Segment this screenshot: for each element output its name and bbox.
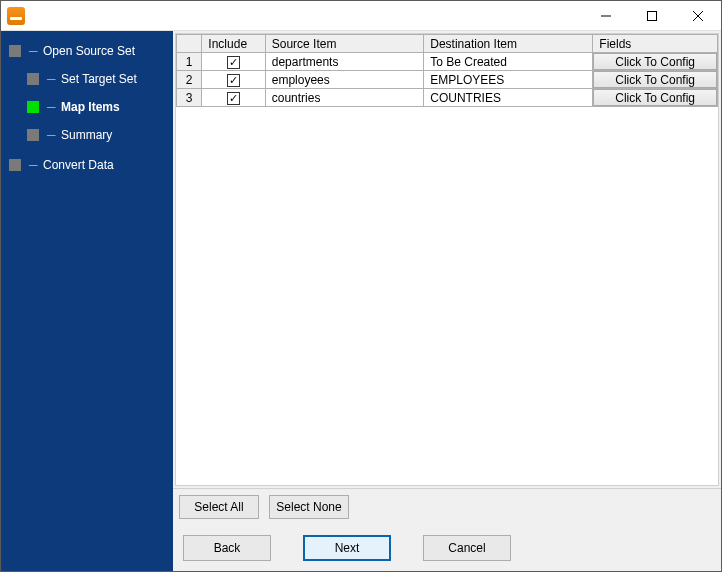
col-header-dest[interactable]: Destination Item	[424, 35, 593, 53]
wizard-sidebar: ─ Open Source Set ─Set Target Set─Map It…	[1, 31, 173, 571]
svg-rect-1	[648, 11, 657, 20]
titlebar	[1, 1, 721, 31]
table-row: 3✓countriesCOUNTRIESClick To Config	[177, 89, 718, 107]
row-number-cell[interactable]: 3	[177, 89, 202, 107]
include-cell[interactable]: ✓	[202, 53, 265, 71]
fields-cell: Click To Config	[593, 89, 718, 107]
node-icon	[27, 73, 39, 85]
row-number-cell[interactable]: 1	[177, 53, 202, 71]
dest-cell[interactable]: EMPLOYEES	[424, 71, 593, 89]
sidebar-item[interactable]: ─Set Target Set	[27, 69, 169, 89]
next-button[interactable]: Next	[303, 535, 391, 561]
config-fields-button[interactable]: Click To Config	[593, 89, 717, 106]
include-cell[interactable]: ✓	[202, 71, 265, 89]
wizard-nav: Back Next Cancel	[173, 525, 721, 571]
select-all-button[interactable]: Select All	[179, 495, 259, 519]
sidebar-item[interactable]: ─Map Items	[27, 97, 169, 117]
fields-cell: Click To Config	[593, 53, 718, 71]
back-button[interactable]: Back	[183, 535, 271, 561]
include-checkbox[interactable]: ✓	[227, 92, 240, 105]
sidebar-root-convert-data[interactable]: ─ Convert Data	[9, 155, 169, 175]
app-icon	[7, 7, 25, 25]
col-header-fields[interactable]: Fields	[593, 35, 718, 53]
dest-cell[interactable]: COUNTRIES	[424, 89, 593, 107]
fields-cell: Click To Config	[593, 71, 718, 89]
include-cell[interactable]: ✓	[202, 89, 265, 107]
maximize-button[interactable]	[629, 1, 675, 30]
col-header-rownum[interactable]	[177, 35, 202, 53]
node-icon	[9, 159, 21, 171]
col-header-include[interactable]: Include	[202, 35, 265, 53]
source-cell[interactable]: employees	[265, 71, 423, 89]
config-fields-button[interactable]: Click To Config	[593, 71, 717, 88]
sidebar-item-label: Summary	[61, 128, 112, 142]
table-row: 2✓employeesEMPLOYEESClick To Config	[177, 71, 718, 89]
sidebar-item-label: Map Items	[61, 100, 120, 114]
grid-container: Include Source Item Destination Item Fie…	[175, 33, 719, 486]
node-icon	[27, 129, 39, 141]
config-fields-button[interactable]: Click To Config	[593, 53, 717, 70]
sidebar-root-open-source-set[interactable]: ─ Open Source Set	[9, 41, 169, 61]
cancel-button[interactable]: Cancel	[423, 535, 511, 561]
tree-connector-icon: ─	[29, 44, 43, 58]
source-cell[interactable]: countries	[265, 89, 423, 107]
sidebar-item-label: Set Target Set	[61, 72, 137, 86]
col-header-source[interactable]: Source Item	[265, 35, 423, 53]
table-row: 1✓departmentsTo Be CreatedClick To Confi…	[177, 53, 718, 71]
row-number-cell[interactable]: 2	[177, 71, 202, 89]
node-icon	[9, 45, 21, 57]
tree-connector-icon: ─	[47, 72, 61, 86]
items-grid: Include Source Item Destination Item Fie…	[176, 34, 718, 107]
include-checkbox[interactable]: ✓	[227, 56, 240, 69]
source-cell[interactable]: departments	[265, 53, 423, 71]
tree-connector-icon: ─	[29, 158, 43, 172]
main-panel: Include Source Item Destination Item Fie…	[173, 31, 721, 571]
selection-toolbar: Select All Select None	[173, 488, 721, 525]
sidebar-item[interactable]: ─Summary	[27, 125, 169, 145]
close-button[interactable]	[675, 1, 721, 30]
tree-connector-icon: ─	[47, 100, 61, 114]
select-none-button[interactable]: Select None	[269, 495, 349, 519]
sidebar-label: Convert Data	[43, 158, 114, 172]
include-checkbox[interactable]: ✓	[227, 74, 240, 87]
minimize-button[interactable]	[583, 1, 629, 30]
tree-connector-icon: ─	[47, 128, 61, 142]
dest-cell[interactable]: To Be Created	[424, 53, 593, 71]
sidebar-label: Open Source Set	[43, 44, 135, 58]
node-icon	[27, 101, 39, 113]
